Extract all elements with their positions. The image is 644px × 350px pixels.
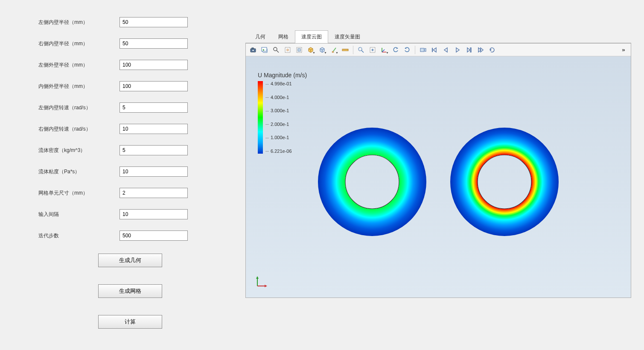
form-row: 输入间隔	[38, 209, 228, 219]
svg-marker-26	[405, 47, 406, 49]
picker-icon[interactable]	[356, 45, 367, 55]
svg-rect-27	[420, 48, 424, 52]
form-row: 右侧内壁半径（mm）	[38, 38, 228, 49]
svg-rect-28	[432, 48, 433, 52]
legend-tick: 6.221e-06	[265, 149, 292, 154]
form-label: 右侧内壁半径（mm）	[38, 40, 119, 47]
legend-tick: 4.000e-1	[265, 95, 292, 100]
form-label: 网格单元尺寸（mm）	[38, 190, 119, 197]
legend-tick: 4.998e-01	[265, 81, 292, 86]
generate-geometry-button[interactable]: 生成几何	[98, 254, 162, 267]
form-input[interactable]	[119, 102, 188, 113]
form-row: 右侧内壁转速（rad/s）	[38, 124, 228, 134]
svg-marker-42	[265, 285, 267, 287]
toolbar-separator	[353, 46, 353, 54]
toolbar-overflow-button[interactable]: »	[618, 45, 629, 55]
box-zoom-icon[interactable]	[282, 45, 293, 55]
form-input[interactable]	[119, 60, 188, 70]
generate-mesh-button[interactable]: 生成网格	[98, 284, 162, 298]
brush-icon[interactable]: ▼	[328, 45, 339, 55]
colorbar-legend: U Magnitude (m/s) 4.998e-014.000e-13.000…	[258, 72, 307, 154]
selection-icon[interactable]	[294, 45, 305, 55]
zoom-icon[interactable]	[271, 45, 282, 55]
form-input[interactable]	[119, 166, 188, 177]
form-row: 迭代步数	[38, 230, 228, 241]
svg-point-7	[287, 49, 288, 51]
svg-point-21	[372, 49, 373, 50]
legend-tick: 3.000e-1	[265, 108, 292, 113]
form-row: 网格单元尺寸（mm）	[38, 188, 228, 198]
form-input[interactable]	[119, 230, 188, 241]
form-input[interactable]	[119, 38, 188, 49]
last-frame-icon[interactable]	[475, 45, 486, 55]
viewer-toolbar: ▼▼▼▼»	[246, 44, 631, 56]
svg-line-10	[333, 48, 336, 51]
center-icon[interactable]	[367, 45, 378, 55]
ruler-icon[interactable]	[340, 45, 351, 55]
legend-tick: 2.000e-1	[265, 122, 292, 127]
form-label: 输入间隔	[38, 211, 119, 218]
legend-ticks: 4.998e-014.000e-13.000e-12.000e-11.000e-…	[265, 81, 292, 154]
form-label: 左侧外壁半径（mm）	[38, 61, 119, 69]
axis-gizmo-icon	[255, 275, 268, 288]
form-input[interactable]	[119, 81, 188, 91]
recorder-icon[interactable]	[259, 45, 270, 55]
tab-0[interactable]: 几何	[249, 30, 272, 43]
form-row: 左侧外壁半径（mm）	[38, 60, 228, 70]
rotate-cw-icon[interactable]	[402, 45, 413, 55]
rotate-ccw-icon[interactable]	[390, 45, 401, 55]
form-input[interactable]	[119, 188, 188, 198]
form-label: 左侧内壁半径（mm）	[38, 19, 119, 26]
first-frame-icon[interactable]	[429, 45, 440, 55]
svg-point-4	[274, 47, 277, 51]
form-label: 迭代步数	[38, 232, 119, 239]
form-row: 左侧内壁转速（rad/s）	[38, 102, 228, 113]
svg-rect-29	[470, 48, 471, 52]
svg-rect-2	[252, 48, 254, 49]
form-input[interactable]	[119, 124, 188, 134]
next-frame-icon[interactable]	[463, 45, 475, 55]
form-label: 流体粘度（Pa*s）	[38, 168, 119, 175]
camera-view-icon[interactable]	[417, 45, 428, 55]
svg-point-37	[450, 128, 559, 236]
left-annulus	[317, 126, 428, 237]
right-annulus	[449, 126, 560, 237]
svg-marker-30	[490, 49, 492, 51]
svg-line-5	[277, 50, 279, 52]
form-input[interactable]	[119, 17, 188, 27]
render-canvas[interactable]: U Magnitude (m/s) 4.998e-014.000e-13.000…	[246, 56, 631, 298]
svg-marker-40	[256, 276, 259, 279]
form-row: 流体密度（kg/m^3）	[38, 145, 228, 155]
form-row: 左侧内壁半径（mm）	[38, 17, 228, 27]
svg-line-24	[382, 50, 385, 52]
view-3d-icon[interactable]: ▼	[317, 45, 328, 55]
form-input[interactable]	[119, 209, 188, 219]
tab-1[interactable]: 网格	[272, 30, 295, 43]
form-label: 内侧外壁半径（mm）	[38, 83, 119, 90]
form-row: 内侧外壁半径（mm）	[38, 81, 228, 91]
form-label: 左侧内壁转速（rad/s）	[38, 104, 119, 111]
colorbar-icon	[258, 81, 263, 154]
form-label: 流体密度（kg/m^3）	[38, 147, 119, 154]
compute-button[interactable]: 计算	[98, 315, 162, 329]
viewer-frame: ▼▼▼▼» U Magnitude (m/s) 4.998e-014.000e-…	[245, 43, 631, 298]
svg-rect-6	[285, 47, 290, 52]
viewer-tabs: 几何网格速度云图速度矢量图	[245, 30, 631, 43]
form-row: 流体粘度（Pa*s）	[38, 166, 228, 177]
tab-3[interactable]: 速度矢量图	[328, 30, 367, 43]
viewer-panel: 几何网格速度云图速度矢量图 ▼▼▼▼» U Magnitude (m/s) 4.…	[245, 0, 644, 350]
tab-2[interactable]: 速度云图	[295, 30, 328, 43]
axes-icon[interactable]: ▼	[379, 45, 390, 55]
svg-marker-25	[396, 47, 398, 49]
prev-frame-icon[interactable]	[440, 45, 452, 55]
svg-rect-9	[298, 49, 300, 51]
camera-icon[interactable]	[248, 45, 259, 55]
parameters-panel: 左侧内壁半径（mm）右侧内壁半径（mm）左侧外壁半径（mm）内侧外壁半径（mm）…	[0, 0, 245, 350]
form-input[interactable]	[119, 145, 188, 155]
loop-icon[interactable]	[487, 45, 498, 55]
contour-plot	[317, 126, 560, 237]
play-icon[interactable]	[452, 45, 463, 55]
svg-point-33	[318, 128, 426, 236]
box-3d-icon[interactable]: ▼	[305, 45, 316, 55]
svg-point-1	[252, 49, 254, 51]
